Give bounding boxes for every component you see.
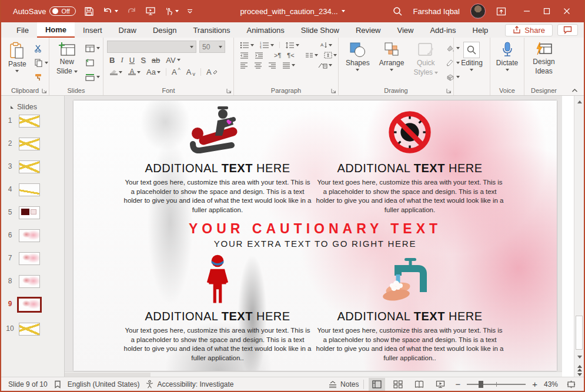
font-name-combo[interactable] <box>107 41 196 53</box>
align-text-button[interactable] <box>322 51 339 59</box>
horizontal-scrollbar-thumb[interactable] <box>65 373 151 377</box>
caution-text-block[interactable]: YOUR CAUTIONARY TEXT YOUR EXTRA TEXT TO … <box>73 221 557 249</box>
slides-panel-header[interactable]: Slides <box>1 96 64 115</box>
align-left-button[interactable] <box>238 62 250 69</box>
collapse-ribbon-button[interactable] <box>571 88 578 93</box>
tab-help[interactable]: Help <box>464 22 497 38</box>
slide-thumbnail-6[interactable] <box>19 229 40 242</box>
minimize-button[interactable] <box>517 0 537 22</box>
slide-indicator[interactable]: Slide 9 of 10 <box>8 380 48 388</box>
arrange-button[interactable]: Arrange <box>376 41 408 85</box>
normal-view-button[interactable] <box>369 378 385 391</box>
share-button[interactable]: Share <box>505 24 553 36</box>
new-slide-button[interactable]: New Slide <box>53 41 81 85</box>
slide-thumbnail-9-selected[interactable] <box>17 297 42 313</box>
design-ideas-button[interactable]: Design Ideas <box>529 41 558 85</box>
editing-button[interactable]: Editing <box>457 41 486 85</box>
zoom-slider-thumb[interactable] <box>479 381 483 388</box>
slide-thumbnail-7[interactable] <box>19 252 40 265</box>
grow-font-button[interactable]: A^ <box>169 67 183 77</box>
font-color-button[interactable]: A <box>126 68 143 76</box>
search-icon[interactable] <box>393 6 403 16</box>
tab-design[interactable]: Design <box>145 22 185 38</box>
text-shadow-button[interactable]: S <box>138 55 148 65</box>
change-case-button[interactable]: Aa <box>144 67 163 77</box>
undo-button[interactable] <box>102 6 118 16</box>
tab-add-ins[interactable]: Add-ins <box>422 22 464 38</box>
vertical-scrollbar[interactable] <box>574 96 584 377</box>
tab-file[interactable]: File <box>8 22 37 38</box>
slide-9-editing-surface[interactable]: ADDITIONAL TEXT HERE Your text goes here… <box>73 100 557 371</box>
tab-draw[interactable]: Draw <box>111 22 145 38</box>
vertical-scrollbar-thumb[interactable] <box>576 316 583 350</box>
tab-home[interactable]: Home <box>37 22 75 38</box>
copy-button[interactable] <box>32 56 50 69</box>
zoom-out-button[interactable]: − <box>453 379 462 389</box>
slide-show-button[interactable] <box>432 378 449 391</box>
quick-styles-button[interactable]: Quick Styles <box>410 41 442 85</box>
drawing-dialog-launcher[interactable] <box>446 88 452 93</box>
dictate-button[interactable]: Dictate <box>493 41 522 85</box>
avatar[interactable] <box>470 4 486 19</box>
tab-view[interactable]: View <box>389 22 422 38</box>
slide-thumbnail-2[interactable] <box>19 138 40 150</box>
convert-to-smartart-button[interactable] <box>316 61 335 69</box>
fit-slide-to-window-button[interactable] <box>563 378 579 391</box>
reading-view-button[interactable] <box>411 378 427 391</box>
bold-button[interactable]: B <box>107 55 117 65</box>
shapes-button[interactable]: Shapes <box>342 41 373 85</box>
tab-transitions[interactable]: Transitions <box>185 22 238 38</box>
notes-button[interactable]: Notes <box>328 380 359 388</box>
zoom-level[interactable]: 43% <box>544 380 558 388</box>
italic-button[interactable]: I <box>118 55 125 65</box>
slide-thumbnail-5[interactable] <box>19 206 40 219</box>
justify-button[interactable] <box>280 62 297 69</box>
slide-thumbnail-3[interactable] <box>19 160 40 173</box>
paragraph-dialog-launcher[interactable] <box>331 88 336 93</box>
numbering-button[interactable]: 123 <box>258 41 276 49</box>
slide-thumbnail-4[interactable] <box>19 183 40 196</box>
underline-button[interactable]: U <box>127 55 137 65</box>
zoom-in-button[interactable]: + <box>530 379 539 389</box>
text-block-top-left[interactable]: ADDITIONAL TEXT HERE Your text goes here… <box>123 104 312 215</box>
touch-mouse-mode-button[interactable] <box>164 6 179 16</box>
font-size-combo[interactable]: 50 <box>199 41 225 53</box>
slide-layout-button[interactable] <box>83 42 102 55</box>
slide-thumbnail-8[interactable] <box>19 275 40 288</box>
text-direction-button[interactable]: A <box>317 41 335 49</box>
zoom-slider[interactable] <box>467 384 526 385</box>
cut-button[interactable] <box>32 42 50 55</box>
highlight-color-button[interactable] <box>107 68 125 76</box>
comments-button[interactable] <box>557 24 578 36</box>
language-indicator[interactable]: English (United States) <box>68 380 140 388</box>
slide-thumbnail-10[interactable] <box>19 323 40 336</box>
columns-button[interactable] <box>303 52 320 59</box>
accessibility-checker[interactable]: Accessibility: Investigate <box>145 380 233 388</box>
tab-review[interactable]: Review <box>347 22 389 38</box>
text-block-bottom-right[interactable]: ADDITIONAL TEXT HERE Your text goes here… <box>316 252 504 363</box>
tab-slide-show[interactable]: Slide Show <box>293 22 347 38</box>
scroll-up-button[interactable] <box>575 97 584 106</box>
paste-button[interactable]: Paste <box>5 41 30 85</box>
autosave-toggle[interactable]: AutoSave Off <box>13 6 76 16</box>
line-spacing-button[interactable] <box>283 41 302 49</box>
align-center-button[interactable] <box>252 62 265 69</box>
bullets-button[interactable] <box>238 41 256 49</box>
reset-slide-button[interactable] <box>83 56 102 69</box>
ribbon-display-options-button[interactable] <box>496 7 506 16</box>
clear-formatting-button[interactable]: A <box>204 67 220 77</box>
save-button[interactable] <box>84 6 94 16</box>
strikethrough-button[interactable]: ab <box>149 55 162 65</box>
format-painter-button[interactable] <box>32 71 50 83</box>
increase-indent-button[interactable] <box>252 52 266 59</box>
text-block-bottom-left[interactable]: ADDITIONAL TEXT HERE Your text goes here… <box>123 252 312 363</box>
horizontal-scrollbar[interactable] <box>65 371 562 377</box>
customize-qat-button[interactable] <box>187 8 193 14</box>
tab-insert[interactable]: Insert <box>75 22 111 38</box>
user-name[interactable]: Farshad Iqbal <box>413 7 460 16</box>
spell-check-button[interactable] <box>54 380 62 388</box>
font-dialog-launcher[interactable] <box>226 88 232 93</box>
text-block-top-right[interactable]: ADDITIONAL TEXT HERE Your text goes here… <box>316 104 504 215</box>
character-spacing-button[interactable]: AV <box>163 55 182 65</box>
decrease-indent-button[interactable] <box>238 52 251 59</box>
